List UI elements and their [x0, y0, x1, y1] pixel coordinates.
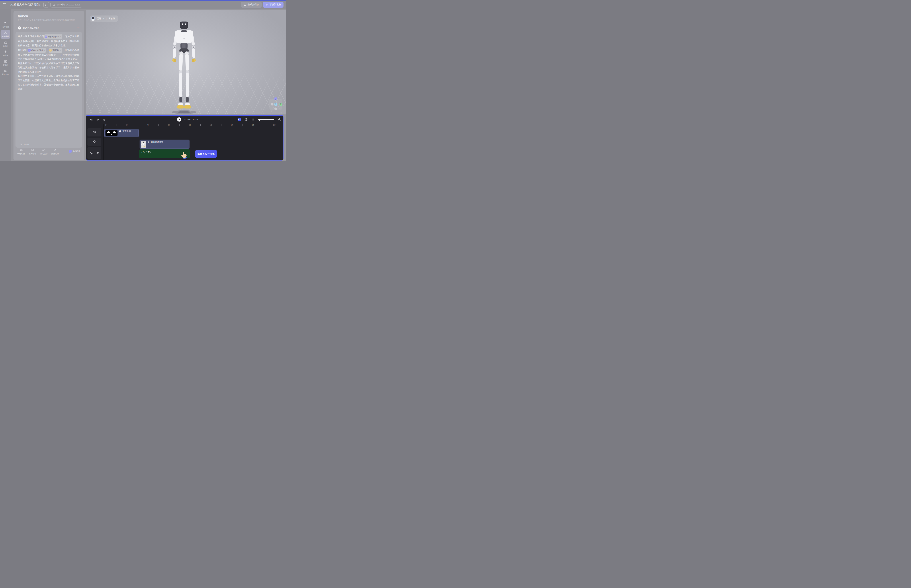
sidebar-item-5[interactable]: 音频库: [0, 58, 10, 67]
audio-play-button[interactable]: [18, 26, 21, 29]
redo-icon[interactable]: [96, 118, 99, 121]
model-name-separator: ｜: [105, 17, 107, 20]
synthesize-save-button[interactable]: 合成并保存: [241, 2, 262, 8]
sidebar-item-2[interactable]: 音频编排: [0, 30, 10, 39]
person-icon: [93, 140, 96, 144]
topbar-actions: 合成并保存 下发到设备: [241, 2, 284, 8]
action-track-header[interactable]: [87, 137, 101, 146]
speaker-icon: [96, 152, 99, 155]
action-clip[interactable]: 超帅走路姿势: [140, 140, 189, 149]
sidebar-item-1[interactable]: 动作模仿: [0, 21, 10, 29]
music-card-icon: [31, 149, 34, 152]
model-avatar: [91, 16, 95, 21]
expression-tag[interactable]: 哈哈大笑(10s)×: [44, 34, 62, 39]
save-time-label: 保存时间: [57, 3, 65, 6]
editor-action-1[interactable]: 一键编排: [16, 149, 27, 155]
tag-remove-icon[interactable]: ×: [60, 35, 61, 39]
gizmo-neg-x-axis[interactable]: [271, 103, 273, 105]
ruler-label: 6f: [168, 124, 170, 126]
editor-action-4[interactable]: 清空编排: [49, 149, 61, 155]
sidebar-item-label: 动作库: [3, 54, 8, 57]
ruler-label: 0f: [105, 124, 107, 126]
model-chip: 灵犀X2 ｜ 青春版: [90, 16, 118, 22]
music-note-icon: ♪: [141, 151, 142, 153]
fit-timeline-icon[interactable]: [245, 118, 248, 121]
tag-remove-icon[interactable]: ×: [60, 48, 61, 52]
rhythm-motion-checkbox[interactable]: ✓ 韵律动作: [69, 150, 81, 153]
rename-button[interactable]: [44, 2, 49, 8]
ruler-label: 12f: [231, 124, 233, 126]
sidebar-item-3[interactable]: 表情库: [0, 40, 10, 48]
script-paragraph: 我们提供哈哈大笑(10s)×「弯腰(5s)×「样化的产品组合，包括用于精密制造的…: [18, 48, 80, 74]
deploy-to-device-button[interactable]: 下发到设备: [263, 2, 284, 8]
save-icon: [244, 3, 246, 6]
ruler-minor-tick: [179, 124, 180, 126]
expression-tag[interactable]: 哈哈大笑(10s)×: [28, 48, 46, 53]
hand-cursor-icon: [181, 152, 187, 159]
script-paragraph: 我们致力于创新，大力投资于研发，以突破人机协作和机器学习的界限。创新机器人公司助…: [18, 74, 80, 91]
ruler-minor-tick: [116, 124, 116, 126]
panel-title: 音频编排: [18, 15, 28, 18]
expression-track-header[interactable]: [87, 128, 101, 136]
playback-group: 00:00 / 00:30: [177, 117, 198, 121]
ruler-minor-tick: [242, 124, 243, 126]
trash-icon[interactable]: [103, 118, 106, 121]
sidebar: 动作模仿音频编排表情库动作库音频库我的任务: [0, 9, 11, 161]
gizmo-neg-z-axis[interactable]: [275, 108, 277, 110]
editor-actions-row: 一键编排插入动作插入表情清空编排: [16, 149, 61, 155]
model-name: 灵犀X2: [97, 17, 104, 20]
audio-file-name: 默认名称1.mp3: [23, 26, 39, 29]
pencil-icon: [45, 3, 48, 6]
editor-action-bar: 一键编排插入动作插入表情清空编排 ✓ 韵律动作: [16, 149, 82, 157]
tag-label: 弯腰(5s): [52, 48, 59, 52]
deploy-to-device-label: 下发到设备: [270, 3, 281, 6]
undo-icon[interactable]: [90, 118, 93, 121]
expression-thumbnail: '''''': [105, 130, 118, 136]
zoom-in-icon[interactable]: [278, 118, 281, 121]
zoom-slider-thumb[interactable]: [258, 119, 260, 121]
ruler-label: 16f: [273, 124, 276, 126]
timeline-zoom-slider[interactable]: [258, 120, 274, 120]
audio-arrange-panel: 音频编排 通过音频处理，生成音频素材以及融合动作和表情的音频编排素材 默认名称1…: [13, 11, 84, 160]
script-editor[interactable]: 这是一家全球领先的公司哈哈大笑(10s)×「专注于先进机器人系统的设计、制造和部…: [16, 32, 82, 148]
robot-face-icon: [42, 149, 45, 152]
app-logo-icon: [3, 3, 7, 7]
robot-face-icon: [4, 41, 7, 44]
synthesize-save-label: 合成并保存: [248, 3, 259, 6]
auto-snap-toggle[interactable]: [238, 118, 241, 121]
tag-remove-icon[interactable]: ×: [44, 48, 45, 52]
playhead[interactable]: [103, 124, 104, 160]
robot-face-icon: [45, 36, 47, 38]
robot-model: [164, 19, 204, 115]
ai-icon: [19, 149, 23, 152]
save-time-value: 26/01/03 12:01: [66, 4, 80, 6]
sidebar-item-4[interactable]: 动作库: [0, 49, 10, 58]
viewport-3d[interactable]: 灵犀X2 ｜ 青春版: [86, 10, 286, 115]
action-tag[interactable]: 弯腰(5s)×: [49, 48, 62, 53]
expression-tag-icon: [45, 36, 47, 38]
timeline-zoom-controls: [238, 116, 281, 123]
gizmo-z-axis[interactable]: Z: [274, 97, 277, 100]
purple-bracket: 」: [48, 40, 51, 43]
timeline-ruler[interactable]: 0f2f4f6f8f10f12f14f16f: [86, 124, 283, 128]
play-button[interactable]: [177, 117, 181, 121]
ruler-minor-tick: [221, 124, 222, 126]
sidebar-item-label: 我的任务: [2, 73, 9, 76]
delete-audio-icon[interactable]: [77, 26, 80, 29]
ruler-label: 14f: [252, 124, 254, 126]
sidebar-item-6[interactable]: 我的任务: [0, 68, 10, 77]
editor-action-2[interactable]: 插入动作: [27, 149, 38, 155]
zoom-out-icon[interactable]: [252, 118, 255, 121]
editor-action-3[interactable]: 插入表情: [38, 149, 49, 155]
save-status: 保存时间 26/01/03 12:01: [50, 2, 82, 8]
purple-bracket: 」: [60, 53, 63, 56]
script-text-segment: 我们提供: [18, 48, 27, 51]
gizmo-y-axis[interactable]: Y: [274, 103, 277, 106]
person-icon: [50, 49, 52, 51]
audio-file-row: 默认名称1.mp3: [16, 25, 82, 31]
gizmo-x-axis[interactable]: X: [279, 103, 283, 106]
expression-clip[interactable]: '''''' 害羞微笑: [104, 129, 139, 137]
app-window: A1机器人动作-我的项目1 保存时间 26/01/03 12:01 合成并保存: [0, 0, 286, 161]
audio-track-header[interactable]: [87, 147, 101, 159]
tasks-icon: [4, 69, 7, 73]
